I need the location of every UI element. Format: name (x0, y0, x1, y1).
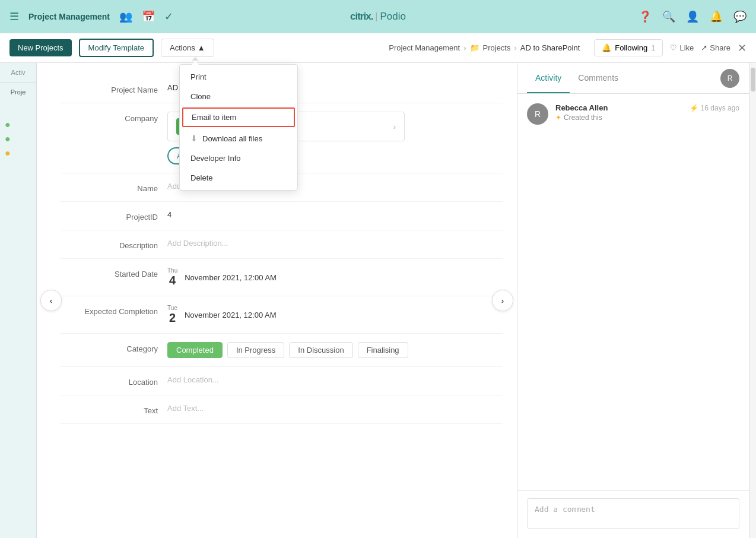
folder-icon: 📁 (470, 43, 479, 52)
sidebar-activity-label: Activ (0, 63, 36, 83)
top-nav: ☰ Project Management 👥 📅 ✓ citrix. | Pod… (0, 0, 756, 33)
category-in-discussion[interactable]: In Discussion (289, 342, 352, 358)
sidebar-items: ● ● ● (0, 102, 36, 180)
people-icon[interactable]: 👥 (119, 10, 132, 23)
following-button[interactable]: 🔔 Following 1 (594, 39, 663, 56)
category-completed[interactable]: Completed (167, 342, 223, 358)
right-panel: Activity Comments R R Rebecca Allen ⚡ 16… (517, 63, 749, 538)
category-in-progress[interactable]: In Progress (227, 342, 284, 358)
dropdown-clone[interactable]: Clone (180, 87, 297, 106)
location-label: Location (61, 375, 167, 387)
dropdown-arrow (192, 61, 199, 65)
scrollbar-right[interactable] (749, 63, 756, 538)
calendar-icon[interactable]: 📅 (142, 10, 155, 23)
actions-dropdown: Print Clone Email to item ⬇ Download all… (179, 64, 298, 191)
comment-box: Add a comment (517, 490, 749, 538)
share-icon: ↗ (701, 43, 707, 52)
breadcrumb: Project Management › 📁 Projects › AD to … (389, 43, 580, 52)
category-label: Category (61, 342, 167, 353)
projectid-label: ProjectID (61, 210, 167, 221)
hamburger-icon[interactable]: ☰ (9, 10, 19, 23)
bell-icon[interactable]: 🔔 (710, 10, 723, 23)
text-label: Text (61, 404, 167, 415)
description-row: Description Add Description... (61, 230, 503, 259)
bell-small-icon: 🔔 (602, 43, 611, 52)
category-value: Completed In Progress In Discussion Fina… (167, 342, 503, 358)
left-sidebar: Activ Proje ● ● ● (0, 63, 37, 538)
check-icon[interactable]: ✓ (164, 10, 173, 23)
expected-completion-value: Tue 2 November 2021, 12:00 AM (167, 305, 503, 325)
expected-date-box: Tue 2 (167, 305, 177, 325)
modify-template-button[interactable]: Modify Template (79, 39, 154, 57)
activity-content: Rebecca Allen ⚡ 16 days ago ✦ Created th… (555, 103, 739, 125)
close-button[interactable]: ✕ (738, 42, 747, 55)
company-label: Company (61, 112, 167, 123)
tab-activity[interactable]: Activity (527, 64, 570, 93)
user-icon[interactable]: 👤 (686, 10, 699, 23)
comment-input[interactable]: Add a comment (527, 498, 739, 529)
dropdown-print[interactable]: Print (180, 67, 297, 87)
projectid-row: ProjectID 4 (61, 202, 503, 230)
category-tags: Completed In Progress In Discussion Fina… (167, 342, 503, 358)
lightning-icon: ⚡ (690, 104, 698, 112)
new-projects-button[interactable]: New Projects (9, 39, 72, 56)
download-icon: ⬇ (190, 134, 198, 143)
brand-logo: citrix. | Podio (350, 11, 406, 23)
chevron-up-icon: ▲ (198, 43, 205, 52)
description-label: Description (61, 239, 167, 250)
heart-icon: ♡ (670, 43, 677, 52)
activity-body: R Rebecca Allen ⚡ 16 days ago ✦ Created … (517, 94, 749, 490)
breadcrumb-sep-2: › (514, 43, 516, 52)
expected-completion-row: Expected Completion Tue 2 November 2021,… (61, 296, 503, 334)
share-button[interactable]: ↗ Share (701, 43, 730, 52)
action-bar: New Projects Modify Template Actions ▲ P… (0, 33, 756, 63)
top-nav-right: ❓ 🔍 👤 🔔 💬 (639, 10, 747, 23)
next-arrow[interactable]: › (492, 290, 513, 311)
started-date-value: Thu 4 November 2021, 12:00 AM (167, 267, 503, 287)
category-row: Category Completed In Progress In Discus… (61, 334, 503, 367)
help-icon[interactable]: ❓ (639, 10, 652, 23)
breadcrumb-current: AD to SharePoint (520, 43, 580, 52)
scroll-thumb[interactable] (751, 68, 755, 91)
expected-completion-label: Expected Completion (61, 305, 167, 316)
prev-arrow[interactable]: ‹ (40, 290, 62, 311)
dropdown-developer-info[interactable]: Developer Info (180, 148, 297, 168)
like-button[interactable]: ♡ Like (670, 43, 694, 52)
search-icon[interactable]: 🔍 (662, 10, 675, 23)
app-title: Project Management (28, 12, 110, 21)
text-row: Text Add Text... (61, 395, 503, 424)
sun-icon: ✦ (555, 113, 561, 122)
started-date-label: Started Date (61, 267, 167, 279)
breadcrumb-root[interactable]: Project Management (389, 43, 460, 52)
chevron-right-icon: › (393, 122, 396, 131)
breadcrumb-sep-1: › (463, 43, 466, 52)
breadcrumb-section[interactable]: Projects (483, 43, 511, 52)
started-date-row: Started Date Thu 4 November 2021, 12:00 … (61, 259, 503, 296)
activity-user-avatar: R (720, 69, 739, 88)
projectid-value[interactable]: 4 (167, 210, 503, 219)
dropdown-delete[interactable]: Delete (180, 168, 297, 188)
location-row: Location Add Location... (61, 367, 503, 395)
actions-button[interactable]: Actions ▲ (161, 39, 214, 57)
name-label: Name (61, 182, 167, 193)
main-layout: Activ Proje ● ● ● ‹ Project Name AD t Co… (0, 63, 756, 538)
activity-time: ⚡ 16 days ago (690, 104, 739, 112)
activity-user-name: Rebecca Allen (555, 103, 608, 112)
chat-icon[interactable]: 💬 (733, 10, 747, 23)
action-bar-right: 🔔 Following 1 ♡ Like ↗ Share ✕ (594, 39, 747, 56)
text-value[interactable]: Add Text... (167, 404, 503, 413)
activity-desc: ✦ Created this (555, 113, 739, 122)
description-value[interactable]: Add Description... (167, 239, 503, 248)
project-name-label: Project Name (61, 83, 167, 94)
tab-comments[interactable]: Comments (570, 64, 627, 93)
dropdown-download-files[interactable]: ⬇ Download all files (180, 128, 297, 148)
activity-avatar: R (527, 103, 548, 125)
category-finalising[interactable]: Finalising (358, 342, 408, 358)
location-value[interactable]: Add Location... (167, 375, 503, 384)
activity-entry: R Rebecca Allen ⚡ 16 days ago ✦ Created … (527, 103, 739, 125)
started-date-box: Thu 4 (167, 267, 177, 287)
activity-tabs: Activity Comments R (517, 63, 749, 94)
dropdown-email-item[interactable]: Email to item (182, 107, 295, 127)
sidebar-projects-label: Proje (0, 83, 36, 102)
